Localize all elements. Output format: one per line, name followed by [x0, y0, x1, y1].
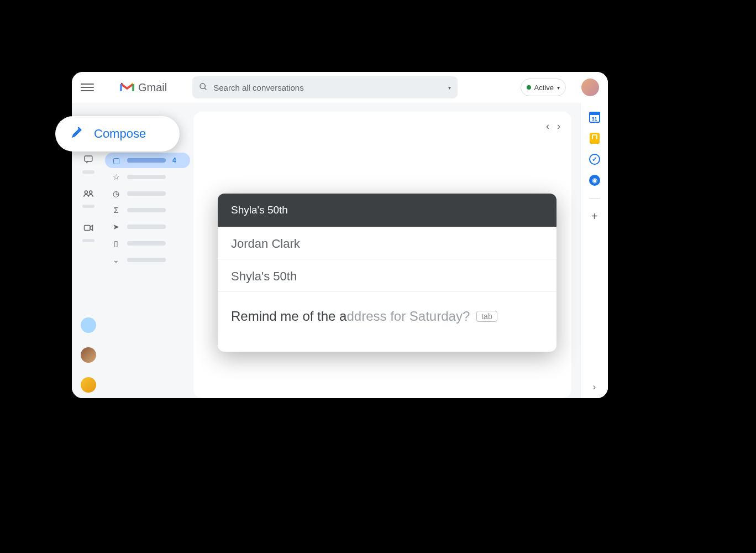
keep-icon[interactable] [589, 133, 600, 144]
typed-text: Remind me of the a [231, 309, 347, 324]
compose-window: Shyla's 50th Jordan Clark Shyla's 50th R… [218, 194, 556, 352]
rail-skeleton [82, 205, 95, 208]
side-panel: 31 ✓ ◉ + › [580, 103, 608, 398]
account-avatar[interactable] [581, 79, 599, 96]
inbox-icon: ▢ [112, 156, 120, 165]
important-icon: Σ [112, 206, 120, 215]
folder-starred[interactable]: ☆ [105, 169, 190, 185]
next-icon[interactable]: › [557, 121, 560, 132]
compose-subject: Shyla's 50th [231, 269, 297, 283]
search-input[interactable]: Search all conversations ▾ [192, 76, 458, 98]
rail-spaces-icon[interactable] [80, 185, 97, 202]
chat-avatar[interactable] [81, 347, 96, 363]
tab-hint-chip: tab [476, 311, 497, 322]
svg-point-0 [200, 84, 205, 88]
gmail-logo-icon [119, 82, 135, 93]
smart-compose-suggestion: ddress for Saturday? [347, 309, 470, 324]
rail-skeleton [82, 239, 95, 242]
svg-point-3 [85, 191, 87, 194]
skeleton [127, 158, 166, 163]
file-icon: ▯ [112, 239, 120, 248]
svg-point-4 [90, 191, 92, 194]
rail-meet-icon[interactable] [80, 219, 97, 237]
skeleton [127, 208, 166, 212]
status-chip[interactable]: Active ▾ [521, 79, 566, 96]
rail-skeleton [82, 170, 95, 174]
tasks-icon[interactable]: ✓ [589, 154, 600, 165]
chat-avatar[interactable] [81, 377, 96, 393]
svg-line-1 [204, 88, 206, 90]
compose-title-bar[interactable]: Shyla's 50th [218, 194, 556, 227]
star-icon: ☆ [112, 173, 120, 181]
svg-rect-2 [85, 156, 92, 161]
logo[interactable]: Gmail [119, 81, 167, 94]
search-placeholder: Search all conversations [213, 83, 303, 92]
main-menu-icon[interactable] [81, 81, 94, 94]
chat-avatar[interactable] [81, 317, 96, 333]
folder-sent[interactable]: ➤ [105, 219, 190, 234]
header: Gmail Search all conversations ▾ Active … [72, 72, 608, 103]
divider [589, 198, 600, 199]
contacts-icon[interactable]: ◉ [589, 175, 600, 186]
chevron-down-icon: ⌄ [112, 255, 120, 264]
search-options-icon[interactable]: ▾ [448, 85, 451, 91]
search-icon [199, 82, 208, 93]
expand-panel-icon[interactable]: › [589, 382, 600, 393]
pencil-icon [71, 126, 84, 142]
nav-arrows: ‹ › [546, 121, 560, 132]
compose-button[interactable]: Compose [55, 116, 180, 152]
folder-important[interactable]: Σ [105, 202, 190, 218]
compose-label: Compose [94, 127, 146, 141]
add-icon[interactable]: + [589, 211, 600, 222]
compose-subject-field[interactable]: Shyla's 50th [218, 259, 556, 292]
calendar-icon[interactable]: 31 [589, 112, 600, 123]
compose-to-field[interactable]: Jordan Clark [218, 227, 556, 259]
prev-icon[interactable]: ‹ [546, 121, 549, 132]
skeleton [127, 225, 166, 229]
clock-icon: ◷ [112, 189, 120, 198]
folder-drafts[interactable]: ▯ [105, 236, 190, 251]
compose-to: Jordan Clark [231, 237, 300, 251]
compose-body[interactable]: Remind me of the address for Saturday? t… [218, 292, 556, 352]
product-name: Gmail [138, 81, 167, 94]
skeleton [127, 258, 166, 262]
compose-title: Shyla's 50th [231, 204, 288, 216]
status-dot-icon [527, 85, 531, 90]
skeleton [127, 191, 166, 196]
sent-icon: ➤ [112, 222, 120, 231]
folder-snoozed[interactable]: ◷ [105, 186, 190, 201]
folder-more[interactable]: ⌄ [105, 252, 190, 268]
status-label: Active [534, 84, 554, 92]
rail-chat-icon[interactable] [80, 150, 97, 168]
svg-rect-5 [85, 226, 91, 231]
folder-inbox[interactable]: ▢ 4 [105, 153, 190, 168]
inbox-count: 4 [172, 156, 176, 164]
skeleton [127, 241, 166, 246]
skeleton [127, 175, 166, 179]
chevron-down-icon: ▾ [557, 85, 560, 91]
